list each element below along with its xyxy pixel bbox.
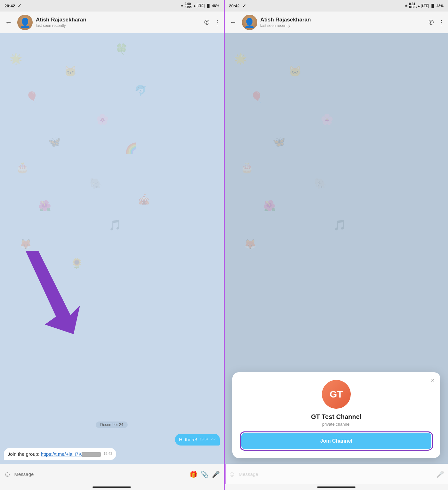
received-message-row: Join the group: https://t.me/+laH7K 19:4… — [4, 448, 220, 460]
header-icons-left: ✆ ⋮ — [204, 19, 220, 26]
avatar-left[interactable] — [17, 15, 33, 30]
check-icon: ✓ — [18, 3, 21, 8]
home-bar-line-right — [317, 486, 356, 488]
signal-icon-right: ▐▌ — [430, 4, 435, 8]
menu-button-right[interactable]: ⋮ — [438, 19, 445, 26]
channel-avatar: GT — [322, 380, 351, 409]
doodle-10: 🦊 — [19, 238, 32, 250]
bluetooth-icon: ∗ — [180, 4, 183, 8]
doodle-8: 🌺 — [38, 200, 51, 212]
close-button[interactable]: × — [431, 377, 435, 384]
input-bar-left: ☺ 🎁 📎 🎤 — [0, 464, 224, 484]
bluetooth-icon-right: ∗ — [405, 4, 408, 8]
doodle-3: 🎈 — [26, 91, 38, 103]
sent-time: 19:34 ✓✓ — [200, 437, 216, 442]
received-time: 19:43 — [103, 451, 112, 456]
channel-type: private channel — [322, 422, 350, 427]
doodle-2: 🐱 — [64, 65, 77, 77]
chat-background-right: 🌟 🐱 🎈 🌸 🦋 🎂 🐘 🌺 🎵 🦊 × GT GT Test Channel… — [225, 33, 448, 464]
contact-name-right: Atish Rajasekharan — [260, 17, 426, 23]
messages-area-left: December 24 Hi there! 19:34 ✓✓ Join the … — [0, 415, 224, 464]
home-bar-right — [225, 484, 448, 490]
right-panel: 20:42 ✓ ∗ 0.31KB/S ▴ LTE ▐▌ 48% ← Atish … — [225, 0, 448, 490]
emoji-button[interactable]: ☺ — [4, 470, 11, 478]
chat-header-right: ← Atish Rajasekharan last seen recently … — [225, 12, 448, 33]
time-left: 20:42 — [4, 4, 15, 8]
bottom-sheet: × GT GT Test Channel private channel Joi… — [232, 372, 441, 458]
doodle-4: 🌸 — [96, 113, 109, 125]
left-panel: 20:42 ✓ ∗ 2.00KB/S ▴ LTE ▐▌ 48% ← Atish … — [0, 0, 225, 490]
blurred-link-part — [82, 452, 101, 457]
time-right: 20:42 — [229, 4, 240, 8]
wifi-icon: ▴ — [194, 4, 196, 8]
battery-left: 48% — [212, 4, 219, 8]
lte-icon-right: LTE — [421, 4, 429, 8]
doodle-9: 🎵 — [109, 219, 122, 231]
date-badge: December 24 — [96, 422, 128, 428]
emoji-button-right: ☺ — [228, 470, 236, 478]
mic-button[interactable]: 🎤 — [212, 470, 220, 478]
received-text-prefix: Join the group: — [8, 451, 41, 457]
header-info-right: Atish Rajasekharan last seen recently — [260, 17, 426, 28]
home-bar-left — [0, 484, 224, 490]
data-speed-right: 0.31KB/S — [409, 3, 417, 9]
doodle-14: 🌈 — [125, 142, 138, 154]
invite-link[interactable]: https://t.me/+laH7K — [41, 451, 82, 457]
sent-bubble: Hi there! 19:34 ✓✓ — [175, 434, 220, 446]
status-bar-right: 20:42 ✓ ∗ 0.31KB/S ▴ LTE ▐▌ 48% — [225, 0, 448, 12]
gift-button[interactable]: 🎁 — [189, 470, 197, 478]
chat-header-left: ← Atish Rajasekharan last seen recently … — [0, 12, 224, 33]
check-icon-right: ✓ — [242, 3, 246, 8]
doodle-7: 🐘 — [90, 177, 102, 189]
header-icons-right: ✆ ⋮ — [428, 19, 445, 26]
channel-avatar-initials: GT — [330, 389, 343, 400]
contact-status-right: last seen recently — [260, 23, 426, 28]
back-button-left[interactable]: ← — [3, 16, 14, 28]
call-button-right[interactable]: ✆ — [428, 19, 434, 26]
input-bar-right: ☺ 🎤 — [225, 464, 448, 484]
contact-name-left: Atish Rajasekharan — [36, 17, 201, 23]
home-bar-line-left — [92, 486, 131, 488]
header-info-left: Atish Rajasekharan last seen recently — [36, 17, 201, 28]
wifi-icon-right: ▴ — [418, 4, 420, 8]
join-channel-button[interactable]: Join Channel — [241, 433, 432, 449]
avatar-right[interactable] — [242, 15, 257, 30]
doodle-11: 🌻 — [70, 257, 83, 269]
channel-name: GT Test Channel — [311, 413, 361, 421]
chat-background-left: 🌟 🐱 🎈 🌸 🦋 🎂 🐘 🌺 🎵 🦊 🌻 🍀 🐬 🌈 🎪 December 2 — [0, 33, 224, 464]
doodle-13: 🐬 — [134, 84, 147, 97]
doodle-overlay-left: 🌟 🐱 🎈 🌸 🦋 🎂 🐘 🌺 🎵 🦊 🌻 🍀 🐬 🌈 🎪 — [0, 33, 224, 464]
received-bubble: Join the group: https://t.me/+laH7K 19:4… — [4, 448, 116, 460]
sent-text: Hi there! — [179, 437, 197, 442]
tick-icon: ✓✓ — [210, 437, 216, 441]
date-separator: December 24 — [4, 422, 220, 428]
contact-status-left: last seen recently — [36, 23, 201, 28]
signal-icon: ▐▌ — [206, 4, 211, 8]
status-bar-left: 20:42 ✓ ∗ 2.00KB/S ▴ LTE ▐▌ 48% — [0, 0, 224, 12]
battery-right: 48% — [436, 4, 444, 8]
back-button-right[interactable]: ← — [228, 16, 239, 28]
doodle-15: 🎪 — [138, 193, 150, 205]
doodle-12: 🍀 — [115, 43, 128, 55]
message-input-right — [239, 468, 433, 480]
data-speed-left: 2.00KB/S — [185, 3, 192, 9]
menu-button-left[interactable]: ⋮ — [214, 19, 220, 26]
mic-button-right: 🎤 — [436, 470, 444, 478]
message-input[interactable] — [14, 468, 186, 480]
doodle-6: 🎂 — [16, 161, 29, 173]
sent-message-row: Hi there! 19:34 ✓✓ — [4, 434, 220, 446]
attach-button[interactable]: 📎 — [201, 470, 209, 478]
doodle-5: 🦋 — [48, 136, 61, 148]
lte-icon: LTE — [197, 4, 204, 8]
doodle-1: 🌟 — [10, 52, 22, 65]
call-button-left[interactable]: ✆ — [204, 19, 210, 26]
